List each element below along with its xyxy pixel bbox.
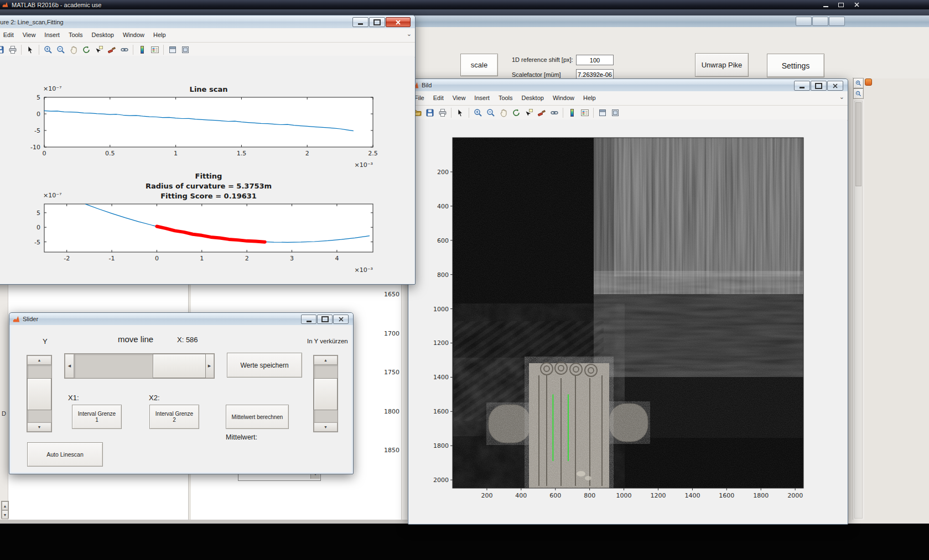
brush-icon[interactable]	[105, 44, 118, 56]
bild-image-axes[interactable]: 2004006008001000120014001600180020002004…	[430, 132, 818, 508]
taskbar[interactable]	[0, 524, 929, 560]
save-values-button[interactable]: Werte speichern	[227, 353, 302, 378]
data-cursor-icon[interactable]	[522, 107, 535, 119]
calculate-mean-button[interactable]: Mittelwert berechnen	[226, 405, 289, 429]
auto-linescan-button[interactable]: Auto Linescan	[27, 442, 103, 467]
maximize-button[interactable]	[369, 17, 385, 27]
minimize-button[interactable]	[794, 81, 810, 91]
menu-item-tools[interactable]: Tools	[494, 91, 517, 105]
slider-titlebar[interactable]: Slider	[9, 313, 353, 325]
menu-item-help[interactable]: Help	[579, 91, 600, 105]
zoom-out-icon[interactable]	[54, 44, 67, 56]
save-icon[interactable]	[0, 44, 6, 56]
menu-item-view[interactable]: View	[18, 28, 40, 42]
arrow-up-icon[interactable]: ▲	[27, 355, 51, 365]
close-button[interactable]	[386, 17, 411, 27]
link-plots-icon[interactable]	[118, 44, 131, 56]
scale-button[interactable]: scale	[460, 54, 498, 76]
maximize-button[interactable]	[317, 315, 333, 324]
zoom-in-icon[interactable]	[41, 44, 54, 56]
minimize-button[interactable]	[352, 17, 369, 27]
slider-trough[interactable]	[74, 354, 205, 378]
maximize-window-icon[interactable]	[609, 107, 621, 119]
unwrap-pike-button[interactable]: Unwrap Pike	[695, 53, 749, 77]
save-icon[interactable]	[423, 107, 436, 119]
menu-item-edit[interactable]: Edit	[0, 28, 18, 42]
bild-titlebar[interactable]: Bild	[408, 79, 848, 91]
close-button[interactable]	[849, 1, 864, 8]
arrow-down-icon[interactable]: ▼	[27, 422, 51, 432]
menubar-overflow-icon[interactable]: ⌄	[407, 30, 412, 38]
brush-icon[interactable]	[535, 107, 548, 119]
insert-legend-icon[interactable]	[578, 107, 591, 119]
dock-window-icon[interactable]	[596, 107, 609, 119]
menubar-overflow-icon[interactable]: ⌄	[839, 93, 844, 101]
arrow-down-icon[interactable]: ▼	[314, 422, 338, 432]
zoom-in-icon[interactable]	[471, 107, 484, 119]
figure2-canvas[interactable]: 00.511.522.550-5-10Line scan×10⁻⁷×10⁻³-2…	[0, 56, 414, 284]
maximize-button[interactable]	[811, 81, 827, 91]
print-icon[interactable]	[436, 107, 449, 119]
slider-thumb[interactable]	[27, 378, 51, 410]
maximize-window-icon[interactable]	[179, 44, 191, 56]
menu-item-help[interactable]: Help	[149, 28, 170, 42]
data-cursor-icon[interactable]	[92, 44, 105, 56]
link-plots-icon[interactable]	[548, 107, 560, 119]
rotate-3d-icon[interactable]	[510, 107, 522, 119]
settings-button[interactable]: Settings	[767, 54, 824, 77]
mini-scrollbar[interactable]: ▲ ▼	[1, 501, 9, 519]
close-button[interactable]	[827, 81, 843, 91]
menu-item-insert[interactable]: Insert	[470, 91, 494, 105]
arrow-up-icon[interactable]: ▲	[314, 355, 338, 365]
menu-item-insert[interactable]: Insert	[40, 28, 64, 42]
insert-colorbar-icon[interactable]	[136, 44, 148, 56]
arrow-down-icon[interactable]: ▼	[2, 510, 8, 519]
menu-item-view[interactable]: View	[448, 91, 470, 105]
dock-window-icon[interactable]	[166, 44, 179, 56]
shorten-y-slider[interactable]: ▲ ▼	[313, 355, 338, 432]
arrow-right-icon[interactable]: ▶	[205, 354, 214, 378]
pan-icon[interactable]	[497, 107, 510, 119]
interval-limit-2-button[interactable]: Interval Grenze 2	[149, 405, 199, 429]
close-icon[interactable]	[829, 17, 845, 26]
zoom-out-button[interactable]	[853, 88, 864, 99]
bild-canvas[interactable]: 2004006008001000120014001600180020002004…	[409, 119, 847, 524]
scrollbar-track[interactable]	[854, 101, 863, 519]
menu-item-tools[interactable]: Tools	[64, 28, 87, 42]
y-slider[interactable]: ▲ ▼	[27, 355, 52, 432]
figure2-titlebar[interactable]: Figure 2: Line_scan,Fitting	[0, 15, 415, 28]
zoom-in-button[interactable]	[853, 78, 864, 88]
menu-item-desktop[interactable]: Desktop	[87, 28, 118, 42]
slider-trough[interactable]	[27, 365, 51, 422]
minimize-button[interactable]	[301, 315, 316, 324]
os-titlebar[interactable]: MATLAB R2016b - academic use	[0, 0, 929, 9]
insert-colorbar-icon[interactable]	[565, 107, 578, 119]
arrow-left-icon[interactable]: ◀	[65, 354, 74, 378]
restore-button[interactable]	[834, 1, 848, 8]
maximize-icon[interactable]	[812, 17, 828, 26]
print-icon[interactable]	[6, 44, 19, 56]
cursor-icon[interactable]	[24, 44, 37, 56]
slider-thumb[interactable]	[153, 354, 206, 378]
menu-item-window[interactable]: Window	[118, 28, 149, 42]
slider-trough[interactable]	[314, 365, 338, 422]
pan-icon[interactable]	[67, 44, 80, 56]
menu-item-desktop[interactable]: Desktop	[517, 91, 548, 105]
minimize-icon[interactable]	[796, 17, 812, 26]
menu-item-window[interactable]: Window	[548, 91, 579, 105]
cursor-icon[interactable]	[454, 107, 466, 119]
rotate-3d-icon[interactable]	[80, 44, 92, 56]
slider-thumb[interactable]	[314, 378, 338, 410]
menu-item-edit[interactable]: Edit	[429, 91, 448, 105]
close-button[interactable]	[333, 315, 349, 324]
insert-legend-icon[interactable]	[148, 44, 161, 56]
minimize-button[interactable]	[818, 1, 833, 8]
pin-icon[interactable]	[865, 78, 872, 86]
scrollbar-thumb[interactable]	[855, 102, 861, 186]
figure2-plots[interactable]: 00.511.522.550-5-10Line scan×10⁻⁷×10⁻³-2…	[0, 56, 414, 282]
move-line-slider[interactable]: ◀ ▶	[64, 353, 215, 379]
arrow-up-icon[interactable]: ▲	[2, 501, 8, 510]
ref-shift-input[interactable]	[576, 55, 614, 65]
zoom-out-icon[interactable]	[484, 107, 497, 119]
interval-limit-1-button[interactable]: Interval Grenze 1	[72, 405, 122, 429]
